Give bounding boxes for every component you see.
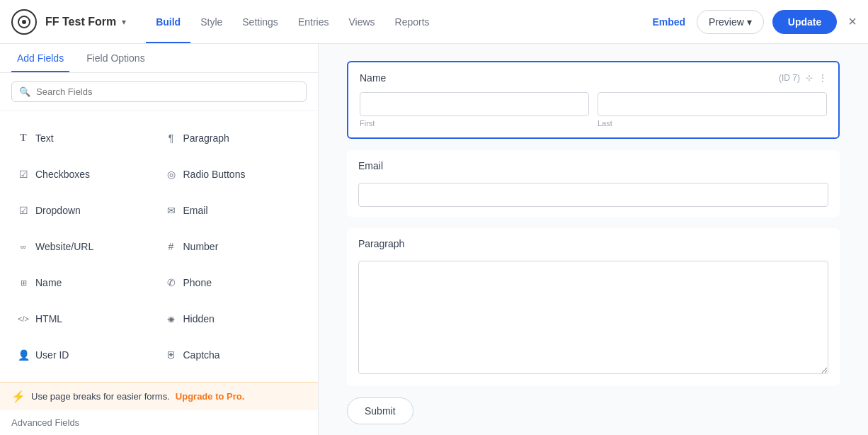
- field-userid-label: User ID: [35, 349, 69, 361]
- upgrade-banner: ⚡ Use page breaks for easier forms. Upgr…: [0, 382, 318, 410]
- last-name-group: Last: [598, 92, 827, 128]
- search-wrapper: 🔍: [11, 81, 307, 102]
- field-dropdown-label: Dropdown: [35, 205, 81, 216]
- chevron-down-icon[interactable]: ▾: [122, 17, 126, 27]
- field-hidden[interactable]: ◉ Hidden: [159, 301, 307, 337]
- field-captcha[interactable]: ⛨ Captcha: [159, 337, 307, 373]
- field-paragraph-label: Paragraph: [183, 132, 229, 144]
- checkboxes-icon: ☑: [17, 169, 30, 180]
- upgrade-icon: ⚡: [11, 390, 25, 403]
- email-label: Email: [358, 160, 828, 171]
- field-radio-label: Radio Buttons: [183, 169, 246, 180]
- sidebar: Add Fields Field Options 🔍 T Text ¶ Para…: [0, 44, 319, 435]
- nav-build[interactable]: Build: [146, 11, 190, 33]
- field-phone[interactable]: ✆ Phone: [159, 265, 307, 301]
- first-name-group: First: [360, 92, 589, 128]
- search-input[interactable]: [36, 86, 299, 97]
- nav-settings[interactable]: Settings: [232, 11, 288, 33]
- userid-icon: 👤: [17, 349, 30, 361]
- first-name-input[interactable]: [360, 92, 589, 116]
- field-name-label: Name: [35, 277, 62, 288]
- name-icon: ⊞: [17, 278, 30, 288]
- submit-button[interactable]: Submit: [347, 397, 413, 424]
- field-number-label: Number: [183, 241, 219, 252]
- name-field-header: Name (ID 7) ⊹ ⋮: [360, 72, 827, 84]
- field-url[interactable]: ∞ Website/URL: [11, 228, 159, 264]
- nav-reports[interactable]: Reports: [385, 11, 440, 33]
- last-sublabel: Last: [598, 119, 827, 128]
- email-input[interactable]: [358, 183, 828, 207]
- upgrade-link[interactable]: Upgrade to Pro.: [176, 391, 245, 402]
- url-icon: ∞: [17, 242, 30, 251]
- nav-style[interactable]: Style: [190, 11, 232, 33]
- tab-add-fields[interactable]: Add Fields: [11, 44, 69, 72]
- field-text[interactable]: T Text: [11, 120, 159, 156]
- field-phone-label: Phone: [183, 277, 212, 288]
- email-icon: ✉: [165, 205, 178, 216]
- field-checkboxes[interactable]: ☑ Checkboxes: [11, 156, 159, 192]
- preview-button[interactable]: Preview ▾: [697, 10, 764, 34]
- nav-entries[interactable]: Entries: [288, 11, 339, 33]
- tab-field-options[interactable]: Field Options: [81, 44, 150, 72]
- name-field-block[interactable]: Name (ID 7) ⊹ ⋮ First Last: [347, 61, 840, 139]
- hidden-icon: ◉: [165, 315, 178, 324]
- advanced-fields-label: Advanced Fields: [0, 410, 318, 435]
- radio-icon: ◎: [165, 169, 178, 180]
- top-navigation: FF Test Form ▾ Build Style Settings Entr…: [0, 0, 868, 44]
- number-icon: #: [165, 241, 178, 252]
- app-logo: [11, 9, 37, 35]
- embed-button[interactable]: Embed: [644, 11, 694, 33]
- field-captcha-label: Captcha: [183, 349, 220, 361]
- field-userid[interactable]: 👤 User ID: [11, 337, 159, 373]
- search-icon: 🔍: [19, 86, 30, 97]
- field-name[interactable]: ⊞ Name: [11, 265, 159, 301]
- field-html-label: HTML: [35, 313, 62, 324]
- form-area: Name (ID 7) ⊹ ⋮ First Last Emai: [319, 44, 868, 435]
- close-button[interactable]: ×: [848, 13, 857, 30]
- dropdown-icon: ☑: [17, 205, 30, 216]
- html-icon: </>: [17, 315, 30, 323]
- nav-views[interactable]: Views: [338, 11, 384, 33]
- paragraph-label: Paragraph: [358, 238, 828, 249]
- name-inputs-row: First Last: [360, 92, 827, 128]
- field-number[interactable]: # Number: [159, 228, 307, 264]
- chevron-down-icon: ▾: [747, 16, 752, 28]
- field-email[interactable]: ✉ Email: [159, 192, 307, 228]
- field-url-label: Website/URL: [35, 241, 93, 252]
- text-icon: T: [17, 132, 30, 144]
- field-checkboxes-label: Checkboxes: [35, 169, 90, 180]
- paragraph-field-block: Paragraph: [347, 228, 840, 386]
- fields-grid: T Text ¶ Paragraph ☑ Checkboxes ◎ Radio …: [0, 111, 318, 382]
- field-paragraph[interactable]: ¶ Paragraph: [159, 120, 307, 156]
- last-name-input[interactable]: [598, 92, 827, 116]
- name-field-label: Name: [360, 72, 386, 84]
- captcha-icon: ⛨: [165, 349, 178, 361]
- first-sublabel: First: [360, 119, 589, 128]
- sidebar-tabs: Add Fields Field Options: [0, 44, 318, 73]
- name-id-badge: (ID 7): [779, 73, 800, 83]
- main-layout: Add Fields Field Options 🔍 T Text ¶ Para…: [0, 44, 868, 435]
- phone-icon: ✆: [165, 277, 178, 288]
- field-hidden-label: Hidden: [183, 313, 215, 324]
- paragraph-textarea[interactable]: [358, 261, 828, 374]
- field-radio[interactable]: ◎ Radio Buttons: [159, 156, 307, 192]
- more-options-icon[interactable]: ⋮: [818, 73, 827, 83]
- main-nav: Build Style Settings Entries Views Repor…: [146, 11, 439, 33]
- field-text-label: Text: [35, 132, 54, 144]
- search-bar: 🔍: [0, 73, 318, 111]
- field-html[interactable]: </> HTML: [11, 301, 159, 337]
- form-title: FF Test Form: [45, 16, 116, 28]
- paragraph-icon: ¶: [165, 132, 178, 144]
- name-field-controls: (ID 7) ⊹ ⋮: [779, 73, 827, 83]
- email-field-block: Email: [347, 150, 840, 217]
- field-email-label: Email: [183, 205, 208, 216]
- drag-icon: ⊹: [806, 73, 813, 83]
- logo-dot: [22, 20, 26, 24]
- upgrade-text: Use page breaks for easier forms.: [31, 391, 170, 402]
- logo-inner: [18, 16, 30, 28]
- field-dropdown[interactable]: ☑ Dropdown: [11, 192, 159, 228]
- update-button[interactable]: Update: [772, 10, 837, 34]
